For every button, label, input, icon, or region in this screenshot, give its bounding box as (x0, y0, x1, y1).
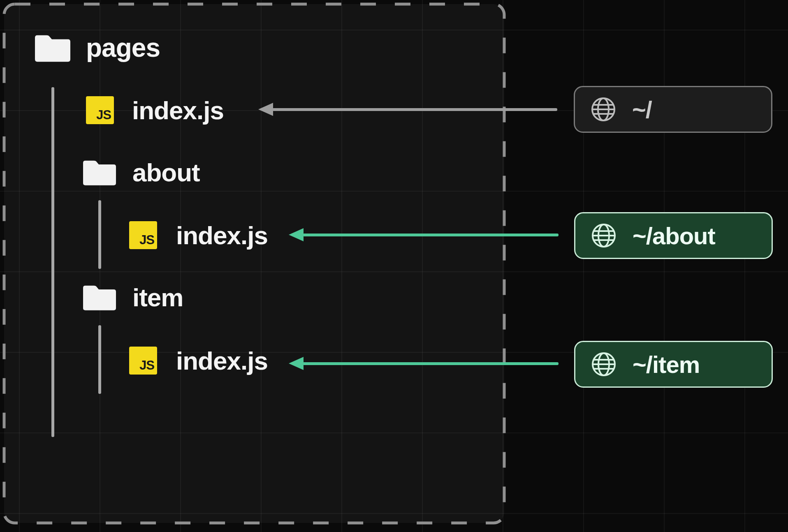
arrow-shaft (272, 108, 557, 111)
js-icon-letters: JS (139, 358, 154, 373)
folder-icon (35, 33, 70, 62)
route-path: ~/item (633, 351, 700, 378)
folder-icon (83, 158, 116, 186)
route-badge-root: ~/ (574, 86, 772, 133)
arrow-route-item (289, 357, 559, 370)
js-icon-letters: JS (139, 233, 154, 247)
route-path: ~/about (633, 222, 715, 250)
file-label: index.js (132, 96, 224, 125)
tree-line-pages (51, 87, 54, 437)
tree-line-item (98, 325, 101, 394)
folder-label: about (132, 158, 200, 187)
js-file-icon: JS (129, 347, 157, 375)
globe-icon (590, 96, 616, 123)
arrow-route-about (289, 228, 559, 241)
route-path: ~/ (632, 96, 652, 123)
tree-row-index-js-root: JS index.js (86, 96, 224, 124)
globe-icon (591, 222, 617, 249)
tree-row-item: item (83, 283, 183, 311)
folder-icon (83, 283, 116, 311)
arrowhead-icon (258, 103, 273, 116)
globe-icon (591, 351, 617, 377)
route-badge-about: ~/about (574, 212, 773, 259)
arrowhead-icon (289, 228, 304, 241)
routing-diagram: pages JS index.js about JS index.js item… (0, 0, 788, 532)
file-label: index.js (176, 221, 268, 250)
arrowhead-icon (289, 357, 304, 370)
js-icon-letters: JS (96, 108, 111, 123)
arrow-route-root (258, 103, 557, 116)
tree-row-about: about (83, 158, 200, 186)
dashed-panel-border (0, 0, 508, 529)
tree-row-index-js-about: JS index.js (129, 221, 268, 249)
tree-line-about (98, 200, 101, 269)
arrow-shaft (303, 362, 559, 365)
file-label: index.js (176, 346, 268, 375)
js-file-icon: JS (86, 96, 114, 124)
folder-label: item (132, 283, 183, 312)
route-badge-item: ~/item (574, 341, 773, 388)
folder-label: pages (86, 32, 160, 63)
js-file-icon: JS (129, 221, 157, 249)
tree-row-pages: pages (35, 33, 160, 62)
arrow-shaft (303, 234, 559, 236)
tree-row-index-js-item: JS index.js (129, 347, 268, 375)
